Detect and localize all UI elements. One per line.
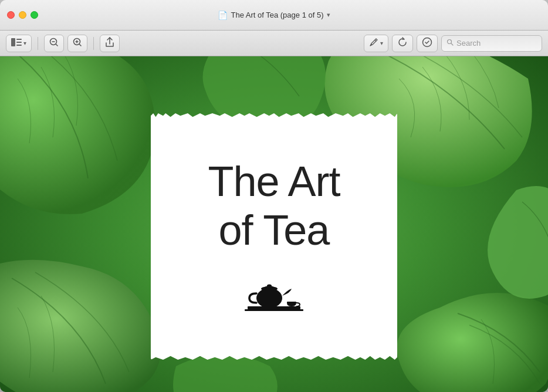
title-line2: of Tea xyxy=(219,207,330,254)
svg-line-10 xyxy=(79,44,82,46)
maximize-button[interactable] xyxy=(31,11,38,19)
separator-1 xyxy=(38,37,38,50)
close-button[interactable] xyxy=(7,11,15,19)
zoom-out-icon xyxy=(49,38,59,49)
title-text: The Art of Tea (page 1 of 5) xyxy=(231,11,323,19)
svg-rect-3 xyxy=(16,45,22,46)
book-title: The Art of Tea xyxy=(208,157,340,255)
svg-line-11 xyxy=(375,40,376,41)
annotate-chevron-icon: ▾ xyxy=(380,40,383,46)
rotate-button[interactable] xyxy=(392,35,413,52)
svg-point-22 xyxy=(267,284,272,287)
sidebar-toggle-button[interactable]: ▾ xyxy=(6,35,32,52)
svg-line-15 xyxy=(451,43,453,45)
svg-rect-1 xyxy=(16,39,22,40)
svg-point-19 xyxy=(256,288,282,308)
document-icon: 📄 xyxy=(218,11,228,20)
svg-line-6 xyxy=(56,44,58,46)
traffic-lights xyxy=(7,11,38,19)
toolbar: ▾ xyxy=(0,31,548,56)
share-icon xyxy=(105,37,114,50)
zoom-in-button[interactable] xyxy=(67,35,87,52)
toolbar-right: ▾ xyxy=(364,35,542,52)
document-page: The Art of Tea xyxy=(151,113,397,360)
main-content: The Art of Tea xyxy=(0,56,548,392)
sidebar-chevron-icon: ▾ xyxy=(23,40,26,46)
title-chevron-icon[interactable]: ▾ xyxy=(327,11,330,19)
window-title: 📄 The Art of Tea (page 1 of 5) ▾ xyxy=(218,11,330,20)
share-button[interactable] xyxy=(100,35,120,52)
annotate-button[interactable]: ▾ xyxy=(364,35,388,52)
title-line1: The Art xyxy=(208,158,340,205)
markup-icon xyxy=(422,37,432,50)
svg-rect-23 xyxy=(287,302,296,303)
search-icon xyxy=(446,39,454,48)
pen-icon xyxy=(369,38,378,49)
separator-2 xyxy=(93,37,94,50)
search-box[interactable] xyxy=(441,35,542,52)
minimize-button[interactable] xyxy=(19,11,26,19)
sidebar-icon xyxy=(11,38,22,49)
markup-button[interactable] xyxy=(417,35,438,52)
app-window: 📄 The Art of Tea (page 1 of 5) ▾ ▾ xyxy=(0,0,548,392)
zoom-in-icon xyxy=(73,38,82,49)
search-input[interactable] xyxy=(456,39,537,48)
titlebar: 📄 The Art of Tea (page 1 of 5) ▾ xyxy=(0,0,548,31)
svg-rect-18 xyxy=(245,309,303,311)
tea-pot-icon xyxy=(245,272,303,316)
zoom-out-button[interactable] xyxy=(44,35,64,52)
svg-rect-0 xyxy=(11,38,15,46)
rotate-icon xyxy=(397,37,408,50)
svg-rect-2 xyxy=(16,42,22,43)
svg-point-14 xyxy=(448,40,452,44)
